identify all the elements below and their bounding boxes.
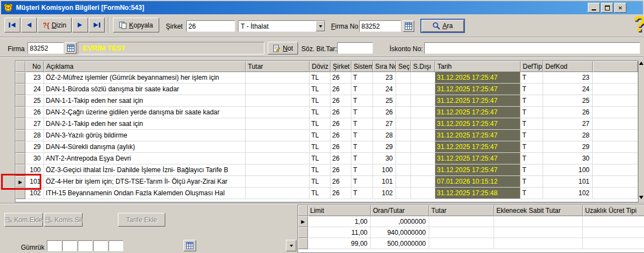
cell-sec[interactable] <box>396 72 411 84</box>
cell-no[interactable]: 23 <box>25 72 44 84</box>
col-header-uzaklik[interactable]: Uzaklık Ücret Tipi <box>583 205 644 216</box>
firma-code-lookup-button[interactable] <box>65 42 77 54</box>
cell-sirket[interactable]: 26 <box>331 107 351 118</box>
cell-sistem[interactable]: T <box>351 141 373 153</box>
col-header-aciklama[interactable]: Açıklama <box>44 61 246 72</box>
cell-limit[interactable]: 99,00 <box>308 238 371 249</box>
cell-deftip[interactable]: T <box>521 84 543 95</box>
cell-oran[interactable]: 940,0000000 <box>371 227 429 238</box>
gumruk-input-3[interactable] <box>78 240 93 251</box>
cell-uzaklik[interactable] <box>583 227 644 238</box>
col-header-sistem[interactable]: Sistem <box>351 61 373 72</box>
cell-sistem[interactable]: T <box>351 107 373 118</box>
firma-lookup-button[interactable] <box>403 20 414 32</box>
cell-sira_no[interactable]: 25 <box>373 95 396 107</box>
cell-s_disi[interactable] <box>411 84 435 95</box>
cell-deftip[interactable]: T <box>521 72 543 84</box>
table-row[interactable]: ▶1,00,0000000 <box>298 216 644 227</box>
table-row[interactable]: 23ÖZ-2-Müfrez işlemler (Gümrük beyanname… <box>15 72 638 84</box>
cell-tarih[interactable]: 31.12.2025 17:25:47 <box>435 95 521 107</box>
cell-no[interactable]: 26 <box>25 107 44 118</box>
cell-defkod[interactable]: 30 <box>543 153 593 164</box>
cell-sec[interactable] <box>396 188 411 199</box>
cell-deftip[interactable]: T <box>521 118 543 130</box>
cell-doviz[interactable]: TL <box>310 95 331 107</box>
cell-aciklama[interactable]: ÖZ-4-Her bir işlem için; DTS-TSE-Tarım İ… <box>44 176 246 188</box>
cell-sira_no[interactable]: 29 <box>373 141 396 153</box>
cell-sec[interactable] <box>396 164 411 176</box>
cell-defkod[interactable]: 101 <box>543 176 593 188</box>
row-indicator[interactable] <box>15 72 25 84</box>
col-header-sira-no[interactable]: Sıra No <box>373 61 396 72</box>
cell-s_disi[interactable] <box>411 130 435 141</box>
gumruk-lookup-button[interactable] <box>183 240 196 251</box>
cell-no[interactable]: 25 <box>25 95 44 107</box>
cell-deftip[interactable]: T <box>521 164 543 176</box>
cell-tarih[interactable]: 07.01.2026 10:15:12 <box>435 176 521 188</box>
first-record-button[interactable] <box>4 18 20 32</box>
cell-defkod[interactable]: 24 <box>543 84 593 95</box>
cell-sirket[interactable]: 26 <box>331 84 351 95</box>
cell-deftip[interactable]: T <box>521 130 543 141</box>
cell-sirket[interactable]: 26 <box>331 118 351 130</box>
search-button[interactable]: Ara <box>420 19 465 33</box>
cell-defkod[interactable]: 29 <box>543 141 593 153</box>
cell-sec[interactable] <box>396 153 411 164</box>
cell-defkod[interactable]: 27 <box>543 118 593 130</box>
cell-sec[interactable] <box>396 95 411 107</box>
cell-sirket[interactable]: 26 <box>331 72 351 84</box>
cell-no[interactable]: 28 <box>25 130 44 141</box>
table-row[interactable]: 27DAN-2-1-Takip eden her saat içinTL26T2… <box>15 118 638 130</box>
cell-sirket[interactable]: 26 <box>331 188 351 199</box>
table-row[interactable]: 11,00940,0000000 <box>298 227 644 238</box>
row-indicator[interactable] <box>15 141 25 153</box>
previous-record-button[interactable] <box>21 18 37 32</box>
col-header-tutar[interactable]: Tutar <box>246 61 310 72</box>
row-indicator[interactable] <box>15 107 25 118</box>
cell-sira_no[interactable]: 23 <box>373 72 396 84</box>
cell-sabit[interactable] <box>494 216 583 227</box>
cell-sistem[interactable]: T <box>351 164 373 176</box>
gumruk-input-5[interactable] <box>109 240 123 251</box>
cell-oran[interactable]: 500,0000000 <box>371 238 429 249</box>
col-header-sabit-tutar[interactable]: Eklenecek Sabit Tutar <box>494 205 583 216</box>
cell-sira_no[interactable]: 101 <box>373 176 396 188</box>
cell-tarih[interactable]: 31.12.2025 17:25:47 <box>435 153 521 164</box>
cell-sirket[interactable]: 26 <box>331 130 351 141</box>
cell-oran[interactable]: ,0000000 <box>371 216 429 227</box>
cell-aciklama[interactable]: DAN-1-1-Takip eden her saat için <box>44 95 246 107</box>
col-header-s-disi[interactable]: S.Dışı <box>411 61 435 72</box>
cell-aciklama[interactable]: DAN-4-Sürekli danışma (aylık) <box>44 141 246 153</box>
cell-tutar[interactable] <box>429 227 494 238</box>
col-header-oran-tutar[interactable]: Oran/Tutar <box>371 205 429 216</box>
cell-defkod[interactable]: 25 <box>543 95 593 107</box>
cell-tarih[interactable]: 31.12.2025 17:25:47 <box>435 72 521 84</box>
cell-no[interactable]: 30 <box>25 153 44 164</box>
cell-sistem[interactable]: T <box>351 72 373 84</box>
cell-aciklama[interactable]: DAN-2-Çağrı üzerine gidilen yerde danışm… <box>44 107 246 118</box>
cell-tutar[interactable] <box>246 141 310 153</box>
cell-sira_no[interactable]: 26 <box>373 107 396 118</box>
cell-tarih[interactable]: 31.12.2025 17:25:47 <box>435 84 521 95</box>
gumruk-input-2[interactable] <box>62 240 77 251</box>
gumruk-input-1[interactable] <box>47 240 62 251</box>
cell-sira_no[interactable]: 30 <box>373 153 396 164</box>
cell-sec[interactable] <box>396 84 411 95</box>
cell-s_disi[interactable] <box>411 107 435 118</box>
cell-no[interactable]: 27 <box>25 118 44 130</box>
cell-sirket[interactable]: 26 <box>331 141 351 153</box>
cell-doviz[interactable]: TL <box>310 118 331 130</box>
cell-tutar[interactable] <box>429 238 494 249</box>
row-indicator[interactable] <box>298 238 308 249</box>
cell-sira_no[interactable]: 102 <box>373 188 396 199</box>
cell-doviz[interactable]: TL <box>310 130 331 141</box>
cell-sirket[interactable]: 26 <box>331 95 351 107</box>
cell-limit[interactable]: 11,00 <box>308 227 371 238</box>
cell-tarih[interactable]: 31.12.2025 17:25:47 <box>435 118 521 130</box>
cell-defkod[interactable]: 26 <box>543 107 593 118</box>
close-button[interactable]: ✕ <box>614 3 626 13</box>
bottom-dropdown-button[interactable] <box>286 240 296 251</box>
cell-sistem[interactable]: T <box>351 118 373 130</box>
cell-defkod[interactable]: 28 <box>543 130 593 141</box>
table-row[interactable]: 24DAN-1-Büroda sözlü danışma bir saate k… <box>15 84 638 95</box>
